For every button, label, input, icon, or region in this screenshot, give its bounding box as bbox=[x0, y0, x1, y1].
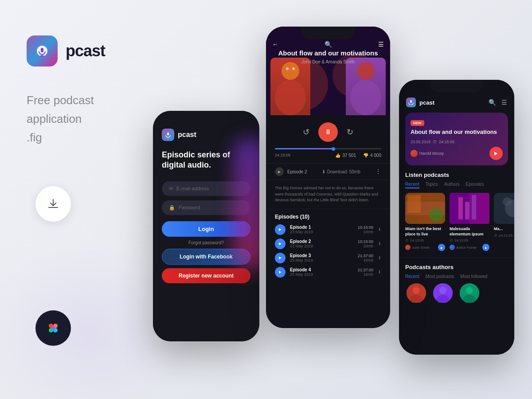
pause-button[interactable]: ⏸ bbox=[318, 122, 338, 142]
svg-point-19 bbox=[430, 208, 443, 222]
ep2-date: 23 May 2019 bbox=[290, 244, 353, 248]
podcast-card-2-title: Malesuada elementum ipsum bbox=[450, 227, 489, 237]
podcast-card-1-title: Miam isn't the best place to live bbox=[405, 227, 445, 237]
login-logo-text: pcast bbox=[178, 131, 196, 139]
card2-duration: 24:15:05 bbox=[454, 239, 468, 243]
email-input[interactable]: ✉ E-mail address bbox=[162, 181, 250, 196]
email-placeholder: E-mail address bbox=[176, 186, 209, 191]
player-stats: 👍 37 501 👎 4 000 bbox=[335, 153, 381, 158]
likes-count: 37 501 bbox=[342, 153, 356, 158]
svg-rect-16 bbox=[410, 100, 412, 103]
new-badge: NEW bbox=[411, 120, 424, 126]
search-icon[interactable]: 🔍 bbox=[325, 41, 332, 48]
authors-tab-recent[interactable]: Recent bbox=[405, 274, 419, 279]
menu-icon[interactable]: ☰ bbox=[378, 41, 384, 48]
episode-description: The Big Oxmox advised her not to do so, … bbox=[266, 180, 390, 209]
ep3-download-icon[interactable]: ⬇ bbox=[378, 255, 381, 260]
ep4-play-button[interactable]: ▶ bbox=[275, 267, 286, 278]
podcast-card-3[interactable]: Ma... ⏱ 24:15:05 bbox=[494, 193, 514, 251]
featured-duration: 24:15:05 bbox=[439, 140, 454, 144]
author3-avatar bbox=[460, 283, 479, 303]
ep2-download-icon[interactable]: ⬇ bbox=[378, 241, 381, 246]
svg-point-29 bbox=[503, 197, 512, 206]
episode-row: ▶ Episode 2 ⬇ Download: 50mb ⋮ bbox=[266, 163, 390, 180]
author-name: Harold Mccoy bbox=[419, 151, 444, 156]
ep4-duration: 21:37:00 bbox=[358, 268, 373, 272]
password-input[interactable]: 🔒 Password bbox=[162, 200, 250, 215]
back-icon[interactable]: ← bbox=[272, 41, 278, 48]
listen-tabs: Recent Topics Authors Episodes bbox=[399, 182, 514, 193]
card2-author-name: Arthur Fisher bbox=[456, 246, 477, 250]
authors-tab-most-followed[interactable]: Most followed bbox=[460, 274, 487, 279]
authors-tabs: Recent Most podcasts Most followed bbox=[405, 274, 508, 279]
ep3-date: 25 May 2019 bbox=[290, 258, 353, 262]
author-item-1[interactable] bbox=[405, 283, 427, 305]
ep3-play-button[interactable]: ▶ bbox=[275, 253, 286, 263]
more-menu-icon[interactable]: ⋮ bbox=[375, 168, 381, 175]
tab-episodes[interactable]: Episodes bbox=[466, 182, 484, 188]
tab-recent[interactable]: Recent bbox=[405, 182, 419, 188]
card2-play-button[interactable]: ▶ bbox=[482, 244, 489, 251]
login-button[interactable]: Login bbox=[162, 221, 250, 237]
card3-time-icon: ⏱ bbox=[494, 234, 497, 238]
listen-section-title: Listen podcasts bbox=[399, 172, 514, 182]
home-header-icons: 🔍 ☰ bbox=[489, 99, 507, 106]
rewind-button[interactable]: ↺ bbox=[303, 127, 309, 137]
ep4-download-icon[interactable]: ⬇ bbox=[378, 270, 381, 274]
ep2-title: Episode 2 bbox=[290, 239, 353, 244]
ep3-details: Episode 3 25 May 2019 bbox=[290, 253, 353, 262]
facebook-login-button[interactable]: Login with Facebook bbox=[162, 249, 250, 265]
podcast-card-2-image bbox=[450, 193, 489, 224]
svg-point-10 bbox=[282, 62, 299, 80]
tab-authors[interactable]: Authors bbox=[444, 182, 459, 188]
ep1-download-icon[interactable]: ⬇ bbox=[378, 227, 381, 232]
forgot-password-link[interactable]: Forgot password? bbox=[162, 240, 250, 245]
authors-tab-most-podcasts[interactable]: Most podcasts bbox=[426, 274, 454, 279]
podcast-card-2-meta: ⏱ 24:15:05 bbox=[450, 239, 489, 243]
svg-rect-20 bbox=[407, 195, 421, 213]
card3-duration: 24:15:05 bbox=[499, 234, 512, 238]
episodes-section: Episodes (10) ▶ Episode 1 23 May 2019 10… bbox=[266, 209, 390, 278]
featured-title: About flow and our motivations bbox=[411, 129, 503, 136]
podcast-card-1[interactable]: Miam isn't the best place to live ⏱ 24:1… bbox=[405, 193, 445, 251]
progress-bar[interactable] bbox=[275, 148, 381, 149]
episode-indicator: ▶ bbox=[275, 167, 284, 176]
card1-avatar bbox=[405, 245, 411, 250]
ep3-title: Episode 3 bbox=[290, 253, 353, 258]
ep4-size: 16mb bbox=[358, 272, 373, 277]
figma-button[interactable] bbox=[35, 310, 71, 346]
svg-point-34 bbox=[439, 287, 446, 294]
ep2-play-button[interactable]: ▶ bbox=[275, 239, 286, 249]
ep4-details: Episode 4 25 May 2019 bbox=[290, 267, 353, 277]
episodes-header: Episodes (10) bbox=[275, 214, 381, 220]
download-info[interactable]: ⬇ Download: 50mb bbox=[322, 169, 360, 174]
home-search-icon[interactable]: 🔍 bbox=[489, 99, 496, 106]
ep2-meta: 10:15:00 10mb bbox=[358, 239, 373, 248]
featured-card[interactable]: NEW About flow and our motivations 23.05… bbox=[405, 113, 508, 165]
player-controls: ↺ ⏸ ↻ 24:15:05 👍 37 501 👎 bbox=[266, 115, 390, 158]
password-placeholder: Password bbox=[179, 205, 200, 210]
register-button[interactable]: Register new account bbox=[162, 268, 250, 283]
home-menu-icon[interactable]: ☰ bbox=[501, 99, 507, 106]
author-item-2[interactable] bbox=[432, 283, 454, 305]
tagline-fig: .fig bbox=[27, 130, 105, 145]
phone-player: ← 🔍 ☰ About flow and our motivations Joh… bbox=[266, 27, 390, 328]
podcast-card-1-author: John Smith ▶ bbox=[405, 244, 445, 251]
forward-button[interactable]: ↻ bbox=[347, 127, 353, 137]
download-button[interactable] bbox=[35, 186, 71, 222]
thumbs-down-icon: 👎 bbox=[363, 153, 368, 158]
login-headline: Episodic series of digital audio. bbox=[162, 150, 250, 171]
card2-author-info: Arthur Fisher bbox=[450, 245, 477, 250]
password-icon: 🔒 bbox=[169, 205, 175, 211]
card1-play-button[interactable]: ▶ bbox=[438, 244, 445, 251]
ep1-play-button[interactable]: ▶ bbox=[275, 224, 286, 235]
current-time: 24:15:05 bbox=[275, 153, 290, 158]
tab-topics[interactable]: Topics bbox=[426, 182, 438, 188]
main-logo-area: pcast bbox=[27, 35, 105, 66]
author-item-3[interactable] bbox=[458, 283, 481, 305]
episode-item-4: ▶ Episode 4 25 May 2019 21:37:00 16mb ⬇ bbox=[275, 267, 381, 278]
main-logo-icon bbox=[27, 35, 58, 66]
featured-play-button[interactable]: ▶ bbox=[489, 147, 503, 160]
left-info-section: pcast Free podcast application .fig bbox=[27, 35, 105, 149]
podcast-card-2[interactable]: Malesuada elementum ipsum ⏱ 24:15:05 Art… bbox=[450, 193, 489, 251]
